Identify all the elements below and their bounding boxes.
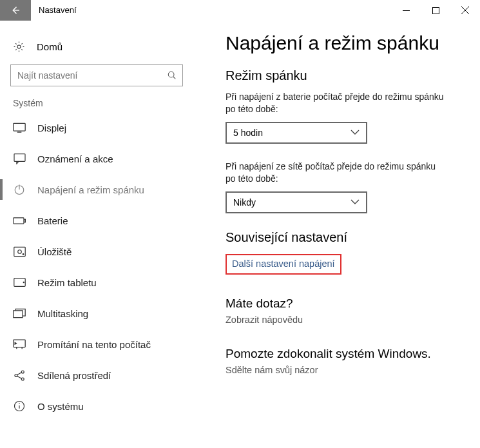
additional-power-settings-link[interactable]: Další nastavení napájení	[232, 258, 335, 269]
titlebar: Nastavení	[0, 0, 480, 21]
svg-point-28	[19, 404, 20, 405]
tablet-icon	[13, 277, 26, 287]
gear-icon	[13, 41, 25, 53]
svg-point-5	[168, 72, 174, 77]
sidebar-section-label: Systém	[0, 98, 193, 112]
sidebar-item-label: Multitasking	[37, 308, 88, 319]
sidebar-item-display[interactable]: Displej	[0, 112, 193, 143]
chevron-down-icon	[350, 130, 360, 135]
sidebar-item-notifications[interactable]: Oznámení a akce	[0, 143, 193, 174]
chevron-down-icon	[350, 199, 360, 205]
help-link[interactable]: Zobrazit nápovědu	[226, 315, 461, 325]
sleep-heading: Režim spánku	[226, 68, 461, 83]
info-icon	[13, 400, 26, 412]
feedback-link[interactable]: Sdělte nám svůj názor	[226, 365, 461, 375]
content-area: Napájení a režim spánku Režim spánku Při…	[193, 21, 480, 448]
question-heading: Máte dotaz?	[226, 297, 461, 311]
related-heading: Související nastavení	[226, 230, 461, 245]
multitasking-icon	[13, 308, 26, 318]
svg-point-16	[23, 253, 24, 255]
improve-heading: Pomozte zdokonalit systém Windows.	[226, 347, 461, 361]
sidebar-item-storage[interactable]: Úložiště	[0, 236, 193, 267]
sidebar-item-about[interactable]: O systému	[0, 391, 193, 422]
shared-icon	[13, 369, 26, 382]
sidebar-item-shared[interactable]: Sdílená prostředí	[0, 360, 193, 391]
power-icon	[13, 184, 26, 195]
close-button[interactable]	[450, 0, 480, 21]
sidebar-item-label: Baterie	[37, 215, 68, 226]
svg-point-23	[21, 378, 24, 380]
svg-point-4	[17, 44, 21, 48]
battery-sleep-select[interactable]: 5 hodin	[226, 122, 367, 144]
sidebar-item-label: Oznámení a akce	[37, 153, 113, 164]
highlight-box: Další nastavení napájení	[226, 254, 341, 275]
maximize-button[interactable]	[421, 0, 450, 21]
back-button[interactable]	[0, 0, 31, 21]
svg-rect-9	[14, 153, 25, 161]
search-input[interactable]	[17, 70, 167, 81]
plugged-sleep-select[interactable]: Nikdy	[226, 191, 367, 213]
svg-point-18	[23, 282, 24, 282]
sidebar: Domů Systém Displej Oznámení a akce Na	[0, 21, 193, 448]
search-box[interactable]	[10, 64, 183, 86]
sidebar-item-label: Režim tabletu	[37, 277, 97, 288]
svg-rect-13	[24, 219, 26, 222]
svg-rect-12	[14, 217, 24, 223]
svg-line-6	[173, 77, 175, 79]
svg-line-25	[17, 376, 21, 378]
display-icon	[13, 122, 26, 133]
sidebar-nav: Displej Oznámení a akce Napájení a režim…	[0, 112, 193, 422]
sidebar-item-tablet-mode[interactable]: Režim tabletu	[0, 267, 193, 298]
svg-rect-19	[14, 311, 23, 318]
window-title: Nastavení	[31, 0, 84, 21]
svg-point-22	[21, 370, 24, 373]
sidebar-home[interactable]: Domů	[0, 34, 193, 59]
svg-line-24	[17, 372, 21, 375]
page-title: Napájení a režim spánku	[226, 32, 461, 54]
svg-point-15	[17, 249, 21, 253]
sidebar-item-label: O systému	[37, 401, 84, 412]
projecting-icon	[13, 339, 26, 350]
svg-rect-7	[14, 123, 25, 131]
sidebar-item-label: Napájení a režim spánku	[37, 184, 144, 195]
sidebar-item-label: Úložiště	[37, 246, 72, 257]
plugged-sleep-value: Nikdy	[233, 197, 256, 208]
notifications-icon	[13, 153, 26, 164]
search-icon	[167, 70, 177, 81]
sidebar-item-label: Sdílená prostředí	[37, 370, 111, 381]
battery-icon	[13, 217, 26, 225]
storage-icon	[13, 246, 26, 257]
battery-sleep-label: Při napájení z baterie počítač přejde do…	[226, 91, 445, 115]
sidebar-item-battery[interactable]: Baterie	[0, 205, 193, 236]
minimize-button[interactable]	[391, 0, 421, 21]
plugged-sleep-label: Při napájení ze sítě počítač přejde do r…	[226, 161, 445, 185]
sidebar-item-projecting[interactable]: Promítání na tento počítač	[0, 329, 193, 360]
sidebar-item-multitasking[interactable]: Multitasking	[0, 298, 193, 329]
svg-rect-1	[432, 7, 439, 14]
sidebar-item-label: Promítání na tento počítač	[37, 339, 151, 350]
battery-sleep-value: 5 hodin	[233, 128, 263, 138]
sidebar-home-label: Domů	[37, 41, 62, 52]
sidebar-item-label: Displej	[37, 122, 66, 133]
svg-point-21	[14, 374, 17, 376]
sidebar-item-power-sleep[interactable]: Napájení a režim spánku	[0, 174, 193, 205]
